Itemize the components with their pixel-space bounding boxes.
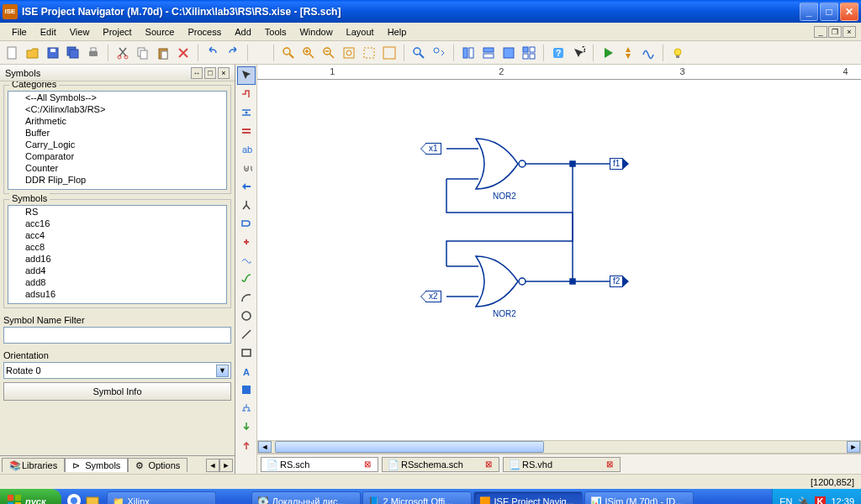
pop-tool[interactable]: [237, 436, 256, 454]
list-item[interactable]: acc8: [8, 241, 226, 253]
wire-tool[interactable]: [237, 85, 256, 103]
list-item[interactable]: acc16: [8, 218, 226, 229]
symbol-tool[interactable]: [237, 214, 256, 233]
branch-tool[interactable]: [237, 196, 256, 214]
save-all-icon[interactable]: [64, 44, 82, 62]
task-disk[interactable]: 💽Локальный дис...: [251, 491, 361, 504]
explorer-icon[interactable]: [85, 493, 102, 504]
io-tool[interactable]: [237, 177, 256, 196]
list-item[interactable]: Carry_Logic: [8, 139, 226, 150]
menu-source[interactable]: Source: [139, 25, 182, 39]
tab-options[interactable]: ⚙Options: [128, 458, 188, 472]
tab-libraries[interactable]: 📚Libraries: [2, 458, 65, 472]
horizontal-scrollbar[interactable]: ◄ ►: [257, 440, 861, 454]
simulate-icon[interactable]: [639, 44, 658, 62]
panel-pin-button[interactable]: □: [204, 67, 216, 79]
find-icon[interactable]: [409, 44, 428, 62]
list-item[interactable]: add4: [8, 265, 226, 276]
menu-view[interactable]: View: [63, 25, 97, 39]
power-tool[interactable]: [237, 233, 256, 251]
list-item[interactable]: Counter: [8, 162, 226, 174]
tab-prev-button[interactable]: ◄: [206, 459, 219, 472]
window3-icon[interactable]: [499, 44, 518, 62]
menu-project[interactable]: Project: [96, 25, 138, 39]
gnd-tool[interactable]: [237, 251, 256, 270]
scroll-right-button[interactable]: ►: [847, 441, 860, 453]
bulb-icon[interactable]: [668, 44, 687, 62]
bus-tool[interactable]: [237, 122, 256, 140]
symbols-listbox[interactable]: RS acc16 acc4 acc8 add16 add4 add8 adsu1…: [8, 205, 227, 304]
line-tool[interactable]: [237, 325, 256, 344]
categories-listbox[interactable]: <--All Symbols--> <C:/Xilinx/lab3/RS> Ar…: [8, 91, 227, 190]
list-item[interactable]: Buffer: [8, 127, 226, 139]
close-tab-button[interactable]: ⊠: [483, 459, 494, 470]
close-button[interactable]: ✕: [840, 3, 858, 21]
list-item[interactable]: DDR Flip_Flop: [8, 174, 226, 186]
orientation-combo[interactable]: Rotate 0 ▼: [3, 362, 231, 379]
hierarchy-tool[interactable]: [237, 399, 256, 417]
net-tool[interactable]: [237, 103, 256, 122]
help-icon[interactable]: ?: [549, 44, 568, 62]
panel-float-button[interactable]: ↔: [191, 67, 203, 79]
doc-tab-rs-sch[interactable]: 📄RS.sch ⊠: [261, 457, 378, 472]
copy-icon[interactable]: [134, 44, 152, 62]
task-xilinx[interactable]: 📁Xilinx: [107, 491, 216, 504]
window4-icon[interactable]: [520, 44, 538, 62]
scroll-left-button[interactable]: ◄: [258, 441, 272, 453]
menu-add[interactable]: Add: [228, 25, 258, 39]
push-tool[interactable]: [237, 417, 256, 436]
menu-tools[interactable]: Tools: [258, 25, 293, 39]
mdi-restore[interactable]: ❐: [828, 26, 842, 38]
zoom-fit-icon[interactable]: [340, 44, 358, 62]
check-tool[interactable]: [237, 270, 256, 288]
menu-process[interactable]: Process: [181, 25, 228, 39]
list-item[interactable]: RS: [8, 206, 226, 218]
print-icon[interactable]: [84, 44, 103, 62]
help-arrow-icon[interactable]: ?: [569, 44, 588, 62]
close-tab-button[interactable]: ⊠: [362, 459, 372, 470]
new-icon[interactable]: [3, 44, 22, 62]
font-tool[interactable]: A: [237, 362, 256, 381]
symbol-info-button[interactable]: Symbol Info: [3, 382, 231, 401]
maximize-button[interactable]: □: [820, 3, 838, 21]
list-item[interactable]: <--All Symbols-->: [8, 92, 226, 103]
color-tool[interactable]: [237, 381, 256, 399]
zoom-area-icon[interactable]: [360, 44, 378, 62]
task-office[interactable]: 📘2 Microsoft Offi...: [362, 491, 472, 504]
arc-tool[interactable]: [237, 288, 256, 307]
window1-icon[interactable]: [459, 44, 478, 62]
menu-file[interactable]: File: [5, 25, 34, 39]
schematic-canvas[interactable]: x1 x2 f1 f2 NOR2 NOR2: [257, 80, 861, 440]
cut-icon[interactable]: [114, 44, 132, 62]
redo-icon[interactable]: [224, 44, 242, 62]
paste-icon[interactable]: [154, 44, 172, 62]
rect-tool[interactable]: [237, 344, 256, 362]
menu-help[interactable]: Help: [381, 25, 414, 39]
tray-icon[interactable]: 🔌: [798, 496, 810, 505]
kaspersky-icon[interactable]: K: [815, 496, 827, 504]
zoom-in-icon[interactable]: [299, 44, 318, 62]
text-tool[interactable]: abc: [237, 140, 256, 159]
save-icon[interactable]: [44, 44, 62, 62]
list-item[interactable]: Arithmetic: [8, 115, 226, 127]
list-item[interactable]: Comparator: [8, 150, 226, 162]
task-ise[interactable]: 🟧ISE Project Navig...: [473, 491, 583, 504]
task-isim[interactable]: 📊ISim (M.70d) - [D...: [584, 491, 694, 504]
tab-symbols[interactable]: ⊳Symbols: [65, 458, 128, 472]
undo-icon[interactable]: [203, 44, 222, 62]
mdi-close[interactable]: ×: [843, 26, 856, 38]
minimize-button[interactable]: _: [800, 3, 818, 21]
list-item[interactable]: adsu16: [8, 288, 226, 300]
menu-window[interactable]: Window: [293, 25, 339, 39]
delete-icon[interactable]: [174, 44, 193, 62]
start-button[interactable]: пуск: [0, 489, 61, 504]
list-item[interactable]: <C:/Xilinx/lab3/RS>: [8, 103, 226, 115]
doc-tab-rs-vhd[interactable]: 📃RS.vhd ⊠: [503, 457, 621, 472]
mdi-minimize[interactable]: _: [814, 26, 827, 38]
select-tool[interactable]: [237, 66, 256, 85]
tab-next-button[interactable]: ►: [219, 459, 233, 472]
menu-edit[interactable]: Edit: [34, 25, 63, 39]
run-icon[interactable]: [599, 44, 617, 62]
zoom-full-icon[interactable]: [380, 44, 399, 62]
language-indicator[interactable]: EN: [779, 496, 792, 504]
